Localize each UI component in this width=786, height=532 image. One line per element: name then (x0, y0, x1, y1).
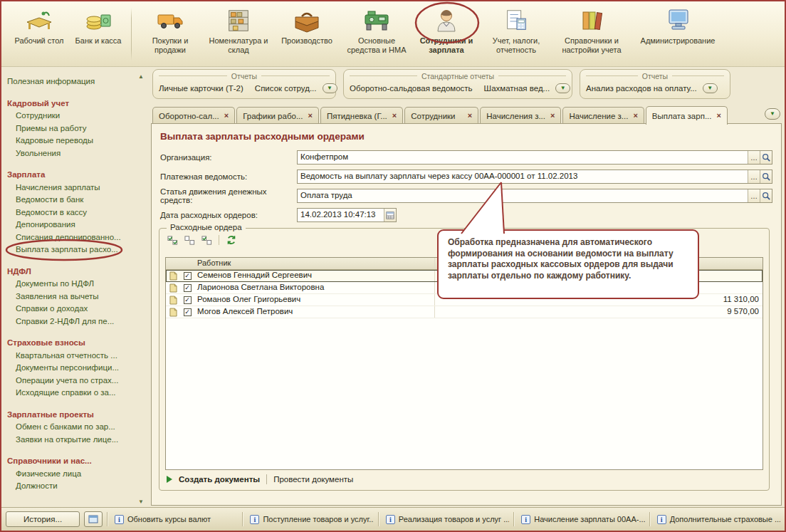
sidebar-item-obmen-s-bankami[interactable]: Обмен с банками по зар... (7, 421, 138, 434)
bank-cash-icon (84, 6, 112, 36)
report-link-lichnye-kartochki[interactable]: Личные карточки (Т-2) (159, 84, 243, 93)
organization-lookup-button[interactable] (760, 151, 772, 164)
report-link-analiz-raskhodov[interactable]: Анализ расходов на оплату... (586, 84, 697, 93)
sidebar-item-vyplata-zarplaty-raskhodnymi[interactable]: Выплата зарплаты расхо... (7, 244, 138, 256)
row-checkbox[interactable]: ✓ (184, 308, 192, 316)
report-link-spisok-sotrudnikov[interactable]: Список сотруд... (255, 84, 317, 93)
task-obnovit-kursy[interactable]: i Обновить курсы валют (112, 515, 238, 524)
sidebar-item-uvolneniya[interactable]: Увольнения (7, 147, 138, 160)
invert-flags-icon[interactable] (199, 234, 214, 246)
employee-name[interactable]: Романов Олег Григорьевич (194, 294, 435, 306)
task-realizatsiya-tovarov[interactable]: i Реализация товаров и услуг ... (384, 515, 509, 524)
employee-name[interactable]: Семенов Геннадий Сергеевич (194, 270, 435, 281)
tab-vyplata-zarplaty[interactable]: Выплата зарп...× (646, 106, 728, 125)
sidebar-item-nachisleniya-zarplaty[interactable]: Начисления зарплаты (7, 182, 138, 194)
tab-sotrudniki[interactable]: Сотрудники× (404, 107, 478, 124)
sidebar-item-zayavleniya-na-vychety[interactable]: Заявления на вычеты (7, 291, 138, 303)
order-date-value[interactable]: 14.02.2013 10:47:13 (298, 209, 384, 221)
sidebar-item-operatsii-ucheta-strakh[interactable]: Операции учета по страх... (7, 375, 138, 387)
history-button[interactable]: История... (6, 511, 80, 527)
ribbon-item-sotrudniki-zarplata[interactable]: Сотрудники и зарплата (412, 5, 481, 55)
row-checkbox[interactable]: ✓ (184, 272, 192, 280)
ribbon-item-proizvodstvo[interactable]: Производство (273, 5, 341, 46)
task-nachislenie-zarplaty[interactable]: i Начисление зарплаты 00АА-... (519, 515, 644, 524)
create-documents-button[interactable]: Создать документы (179, 475, 260, 484)
organization-value[interactable]: Конфетпром (298, 151, 748, 164)
ribbon-item-administrirovanie[interactable]: Администрирование (632, 5, 724, 46)
tab-close-icon[interactable]: × (716, 112, 720, 120)
refresh-icon[interactable] (224, 234, 239, 246)
sidebar-item-kvartalnaya-otchetnost[interactable]: Квартальная отчетность ... (7, 350, 138, 363)
tab-close-icon[interactable]: × (224, 112, 229, 120)
tab-nachisleniya-zarplaty[interactable]: Начисления з...× (480, 107, 561, 124)
tab-close-icon[interactable]: × (550, 112, 555, 120)
organization-field[interactable]: Конфетпром … (297, 150, 772, 165)
pay-sheet-ellipsis-button[interactable]: … (748, 170, 760, 183)
employee-name[interactable]: Ларионова Светлана Викторовна (194, 282, 435, 293)
tab-close-icon[interactable]: × (392, 112, 397, 120)
panel-dropdown-button[interactable]: ▼ (703, 83, 718, 93)
set-all-flags-icon[interactable] (165, 234, 179, 246)
ribbon-item-osnovnye-sredstva[interactable]: Основные средства и НМА (341, 5, 412, 55)
tab-list-dropdown-button[interactable]: ▼ (765, 108, 780, 120)
pay-sheet-lookup-button[interactable] (760, 170, 772, 183)
sidebar-item-deponirovaniya[interactable]: Депонирования (7, 219, 138, 231)
sidebar-item-priemy-na-rabotu[interactable]: Приемы на работу (7, 122, 138, 135)
task-dopolnitelnye-strakhovye[interactable]: i Дополнительные страховые ... (655, 515, 780, 524)
tab-oborotno-saldovaya[interactable]: Оборотно-сал...× (152, 107, 235, 124)
panel-dropdown-button[interactable]: ▼ (323, 83, 337, 93)
employee-column-header[interactable]: Работник (194, 258, 435, 269)
show-windows-button[interactable] (84, 511, 103, 527)
table-row[interactable]: ✓ Могов Алексей Петрович 9 570,00 (166, 306, 763, 318)
sidebar-scroll-up-icon[interactable]: ▲ (136, 72, 146, 81)
sidebar-item-iskhodyashchie-spravki[interactable]: Исходящие справки о за... (7, 387, 138, 400)
sidebar-item-dokumenty-po-ndfl[interactable]: Документы по НДФЛ (7, 278, 138, 291)
cashflow-item-field[interactable]: Оплата труда … (297, 189, 772, 203)
tab-close-icon[interactable]: × (308, 112, 312, 120)
sidebar-item-spravki-o-dokhodakh[interactable]: Справки о доходах (7, 303, 138, 315)
pay-sheet-field[interactable]: Ведомость на выплату зарплаты через касс… (297, 169, 772, 184)
sidebar-item-sotrudniki[interactable]: Сотрудники (7, 110, 138, 122)
ribbon-item-rabochiy-stol[interactable]: Рабочий стол (9, 5, 70, 46)
tab-grafiki-raboty[interactable]: Графики рабо...× (236, 107, 319, 124)
tab-pyatidnevka[interactable]: Пятидневка (Г...× (320, 107, 403, 124)
report-link-osv[interactable]: Оборотно-сальдовая ведомость (350, 84, 473, 93)
tab-close-icon[interactable]: × (468, 112, 472, 120)
ribbon-item-nomenklatura-sklad[interactable]: Номенклатура и склад (204, 5, 273, 55)
report-link-shakhmatnaya[interactable]: Шахматная вед... (484, 84, 550, 93)
order-date-field[interactable]: 14.02.2013 10:47:13 (297, 208, 397, 222)
sidebar-item-poleznaya-informatsiya[interactable]: Полезная информация (7, 75, 138, 88)
amount-value[interactable]: 9 570,00 (435, 306, 763, 318)
books-icon (577, 6, 606, 36)
row-checkbox[interactable]: ✓ (184, 284, 192, 292)
ribbon-item-bank-kassa[interactable]: Банк и касса (70, 5, 127, 46)
cashflow-ellipsis-button[interactable]: … (748, 189, 760, 202)
sidebar-item-zayavki-na-otkrytie[interactable]: Заявки на открытие лице... (7, 434, 138, 447)
sidebar-item-vedomosti-v-kassu[interactable]: Ведомости в кассу (7, 207, 138, 219)
cashflow-lookup-button[interactable] (760, 189, 772, 202)
employee-name[interactable]: Могов Алексей Петрович (194, 306, 435, 318)
ribbon-item-pokupki-prodazhi[interactable]: Покупки и продажи (136, 5, 204, 55)
sidebar-item-vedomosti-v-bank[interactable]: Ведомости в банк (7, 194, 138, 207)
cashflow-item-value[interactable]: Оплата труда (298, 189, 748, 202)
actions-separator (266, 474, 267, 484)
post-documents-button[interactable]: Провести документы (273, 475, 353, 484)
row-checkbox[interactable]: ✓ (184, 296, 192, 304)
pay-sheet-value[interactable]: Ведомость на выплату зарплаты через касс… (298, 170, 748, 183)
sidebar-item-dolzhnosti[interactable]: Должности (7, 480, 138, 493)
sidebar-item-fizicheskie-litsa[interactable]: Физические лица (7, 468, 138, 481)
organization-ellipsis-button[interactable]: … (748, 151, 760, 164)
sidebar-item-dokumenty-personifikatsii[interactable]: Документы персонифици... (7, 362, 138, 375)
panel-dropdown-button[interactable]: ▼ (555, 83, 570, 93)
sidebar-item-kadrovye-perevody[interactable]: Кадровые переводы (7, 135, 138, 147)
sidebar-item-spravki-2ndfl[interactable]: Справки 2-НДФЛ для пе... (7, 315, 138, 328)
tab-nachislenie-zarplaty[interactable]: Начисление з...× (562, 107, 644, 124)
ribbon-item-spravochniki-nastroyki[interactable]: Справочники и настройки учета (552, 5, 632, 55)
order-date-calendar-button[interactable] (384, 209, 396, 221)
ribbon-item-uchet-nalogi[interactable]: Учет, налоги, отчетность (481, 5, 552, 55)
sidebar-scroll-down-icon[interactable]: ▼ (136, 497, 146, 506)
tab-close-icon[interactable]: × (633, 112, 637, 120)
sidebar-item-spisaniya-deponirovannykh[interactable]: Списания депонированно... (7, 231, 138, 244)
clear-all-flags-icon[interactable] (182, 234, 197, 246)
task-postuplenie-tovarov[interactable]: i Поступление товаров и услуг... (248, 515, 373, 524)
